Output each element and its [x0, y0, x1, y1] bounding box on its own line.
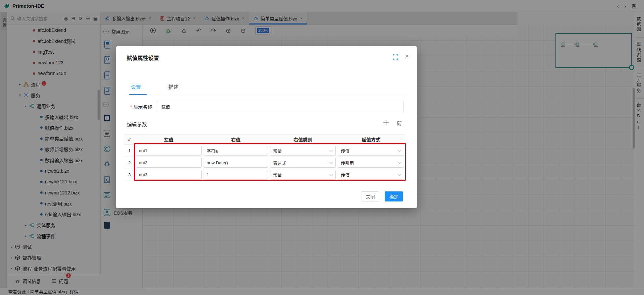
assign-mode-select[interactable]: 传引用 [338, 158, 404, 168]
left-value-input[interactable] [136, 158, 202, 168]
assign-mode-select[interactable]: 传值 [338, 146, 404, 156]
display-name-input[interactable] [157, 101, 404, 112]
edit-params-label: 编辑参数 [127, 121, 147, 128]
right-value-input[interactable] [204, 146, 268, 156]
params-table: # 左值 右值 右值类别 赋值方式 1 常量 传值 2 表达式 传引用 3 常量… [124, 134, 405, 181]
params-table-header: # 左值 右值 右值类别 赋值方式 [124, 134, 405, 145]
tab-divider [124, 95, 409, 95]
add-row-icon[interactable]: ＋ [382, 119, 390, 127]
left-value-input[interactable] [136, 146, 202, 156]
params-table-row: 3 常量 传值 [124, 169, 405, 181]
dialog-title: 赋值属性设置 [127, 54, 159, 62]
dialog-tab-settings[interactable]: 设置 [131, 83, 141, 90]
right-value-input[interactable] [204, 158, 268, 168]
right-value-input[interactable] [204, 170, 268, 180]
right-type-select[interactable]: 常量 [270, 170, 336, 180]
assign-mode-select[interactable]: 传值 [338, 170, 404, 180]
fullscreen-icon[interactable] [393, 54, 398, 60]
display-name-label: *显示名称 [130, 103, 152, 110]
params-table-row: 2 表达式 传引用 [124, 157, 405, 169]
required-mark: * [130, 104, 132, 110]
delete-row-icon[interactable] [396, 120, 402, 126]
assignment-properties-dialog: 赋值属性设置 × 设置 描述 *显示名称 编辑参数 ＋ # 左值 右值 右值类别… [116, 46, 417, 208]
left-value-input[interactable] [136, 170, 202, 180]
params-table-row: 1 常量 传值 [124, 145, 405, 157]
right-type-select[interactable]: 表达式 [270, 158, 336, 168]
right-type-select[interactable]: 常量 [270, 146, 336, 156]
close-icon[interactable]: × [405, 52, 409, 59]
close-button[interactable]: 关闭 [362, 191, 379, 201]
dialog-tab-description[interactable]: 描述 [168, 83, 178, 90]
ok-button[interactable]: 确定 [385, 191, 403, 201]
